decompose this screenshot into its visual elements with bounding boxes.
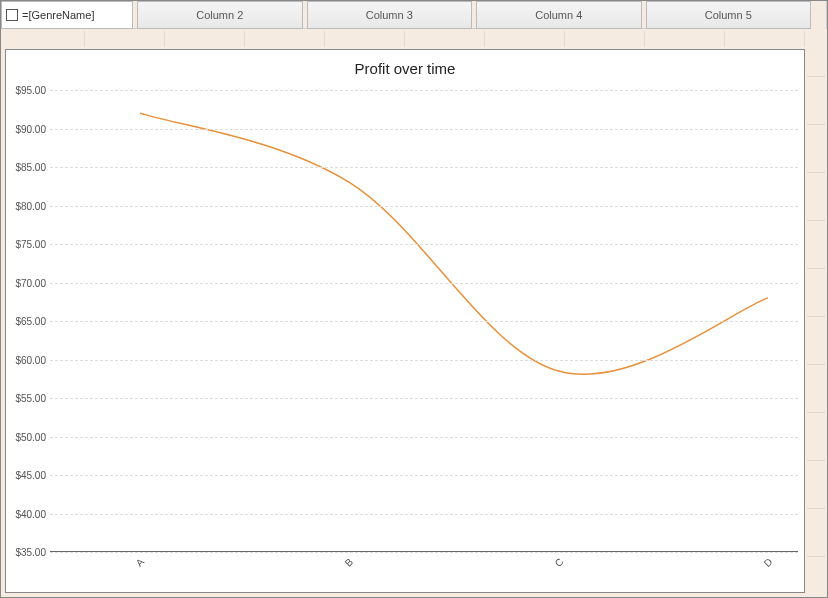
y-tick-label: $60.00 (10, 354, 46, 365)
genre-header-cell[interactable]: =[GenreName] (1, 1, 133, 29)
column-header-2[interactable]: Column 2 (137, 1, 303, 29)
line-series-svg (50, 86, 798, 570)
report-designer-canvas: =[GenreName] Column 2 Column 3 Column 4 … (0, 0, 828, 598)
gridline (50, 514, 798, 515)
column-header-3[interactable]: Column 3 (307, 1, 473, 29)
column-header-4[interactable]: Column 4 (476, 1, 642, 29)
gridline (50, 283, 798, 284)
y-tick-label: $45.00 (10, 470, 46, 481)
y-tick-label: $80.00 (10, 200, 46, 211)
gridline (50, 398, 798, 399)
gridline (50, 90, 798, 91)
y-tick-label: $55.00 (10, 393, 46, 404)
gridline (50, 167, 798, 168)
y-tick-label: $50.00 (10, 431, 46, 442)
plot-area: $35.00$40.00$45.00$50.00$55.00$60.00$65.… (50, 86, 798, 570)
gridline (50, 206, 798, 207)
y-tick-label: $35.00 (10, 547, 46, 558)
column-header-row: =[GenreName] Column 2 Column 3 Column 4 … (1, 1, 827, 29)
gridline (50, 360, 798, 361)
gridline (50, 437, 798, 438)
sub-header-strip (5, 31, 805, 47)
genre-header-label: =[GenreName] (22, 9, 94, 21)
y-tick-label: $75.00 (10, 239, 46, 250)
gridline (50, 321, 798, 322)
y-tick-label: $95.00 (10, 85, 46, 96)
y-tick-label: $90.00 (10, 123, 46, 134)
gridline (50, 552, 798, 553)
chart-title: Profit over time (6, 50, 804, 77)
y-tick-label: $65.00 (10, 316, 46, 327)
header-end-spacer (811, 1, 827, 29)
checkbox-icon[interactable] (6, 9, 18, 21)
right-row-strip (807, 29, 825, 595)
y-tick-label: $40.00 (10, 508, 46, 519)
y-tick-label: $85.00 (10, 162, 46, 173)
y-tick-label: $70.00 (10, 277, 46, 288)
gridline (50, 475, 798, 476)
gridline (50, 129, 798, 130)
column-header-5[interactable]: Column 5 (646, 1, 812, 29)
gridline (50, 244, 798, 245)
chart-control[interactable]: Profit over time $35.00$40.00$45.00$50.0… (5, 49, 805, 593)
